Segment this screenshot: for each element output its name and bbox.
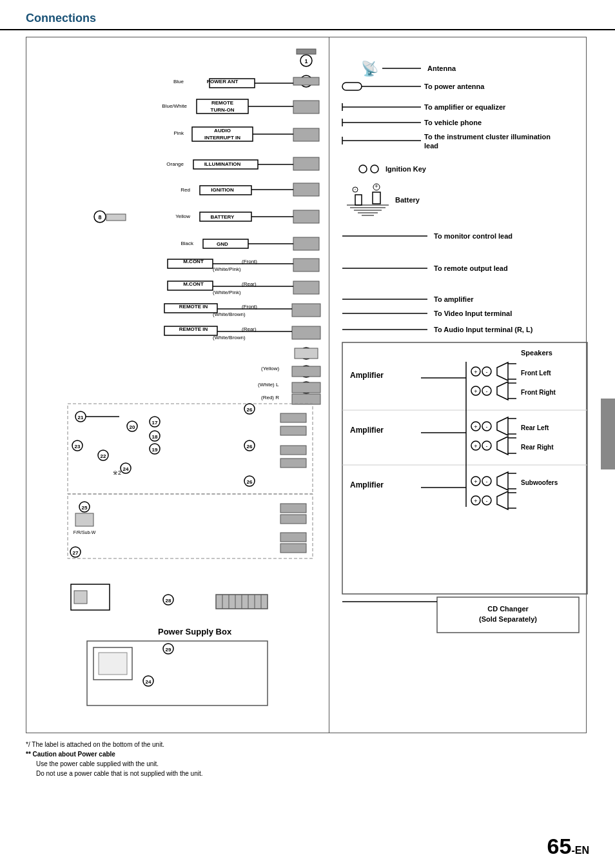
svg-text:To amplifier: To amplifier xyxy=(434,295,474,303)
svg-text:Rear Left: Rear Left xyxy=(521,424,549,431)
svg-text:27: 27 xyxy=(73,550,79,556)
svg-rect-205 xyxy=(342,342,587,594)
svg-text:-: - xyxy=(486,388,488,395)
svg-marker-220 xyxy=(497,382,508,400)
svg-text:TURN-ON: TURN-ON xyxy=(211,107,235,113)
svg-text:26: 26 xyxy=(247,444,253,449)
svg-marker-238 xyxy=(497,437,508,455)
svg-rect-42 xyxy=(293,210,319,223)
main-content: 1 2 POWER ANT Blue 3 REMOTE TURN-ON xyxy=(0,30,615,785)
footnote4: Do not use a power cable that is not sup… xyxy=(36,769,589,778)
svg-text:BATTERY: BATTERY xyxy=(211,214,235,220)
svg-rect-121 xyxy=(280,426,306,435)
svg-text:24: 24 xyxy=(123,466,129,472)
svg-text:To Video Input terminal: To Video Input terminal xyxy=(434,310,512,317)
svg-rect-183 xyxy=(355,195,362,205)
svg-text:CD Changer: CD Changer xyxy=(487,605,529,613)
svg-text:+: + xyxy=(474,478,477,485)
svg-text:Rear Right: Rear Right xyxy=(521,444,554,451)
svg-text:-: - xyxy=(486,369,488,375)
svg-marker-212 xyxy=(497,362,508,380)
svg-rect-122 xyxy=(280,446,306,455)
svg-rect-102 xyxy=(68,404,313,494)
page-title: Connections xyxy=(26,12,96,25)
svg-text:(White/Pink): (White/Pink) xyxy=(213,266,241,272)
svg-text:Yellow: Yellow xyxy=(175,213,190,219)
svg-text:21: 21 xyxy=(78,415,84,420)
svg-rect-136 xyxy=(75,513,93,526)
svg-rect-137 xyxy=(280,504,306,513)
footer-notes: */ The label is attached on the bottom o… xyxy=(26,740,589,778)
svg-rect-138 xyxy=(280,515,306,524)
svg-point-180 xyxy=(359,165,367,173)
svg-text:GND: GND xyxy=(217,241,228,247)
svg-text:-: - xyxy=(486,443,488,449)
svg-text:26: 26 xyxy=(247,407,253,413)
svg-text:Power Supply Box: Power Supply Box xyxy=(158,627,232,636)
svg-rect-120 xyxy=(280,413,306,422)
svg-text:25: 25 xyxy=(82,505,88,511)
svg-text:M.CONT: M.CONT xyxy=(183,281,204,287)
svg-text:18: 18 xyxy=(152,434,158,440)
svg-text:-: - xyxy=(355,186,356,192)
svg-text:23: 23 xyxy=(75,444,81,449)
svg-text:(Yellow): (Yellow) xyxy=(261,366,279,371)
svg-rect-5 xyxy=(293,77,319,85)
svg-rect-12 xyxy=(293,101,319,113)
svg-text:(White/Pink): (White/Pink) xyxy=(213,290,241,295)
svg-rect-83 xyxy=(292,326,320,339)
svg-text:REMOTE IN: REMOTE IN xyxy=(179,326,208,332)
svg-text:AUDIO: AUDIO xyxy=(214,128,231,133)
right-panel: 📡 Antenna To power antenna To amplifier … xyxy=(329,37,587,733)
svg-text:Battery: Battery xyxy=(395,196,420,204)
svg-text:INTERRUPT IN: INTERRUPT IN xyxy=(204,135,240,141)
svg-text:ILLUMINATION: ILLUMINATION xyxy=(204,161,241,167)
svg-text:20: 20 xyxy=(130,424,135,430)
svg-text:IGNITION: IGNITION xyxy=(211,187,234,193)
svg-point-181 xyxy=(371,165,378,173)
svg-text:-: - xyxy=(486,478,488,485)
svg-text:Front Right: Front Right xyxy=(521,389,556,396)
page-suffix: -EN xyxy=(571,845,589,856)
svg-text:Pink: Pink xyxy=(173,130,184,136)
svg-rect-35 xyxy=(293,183,319,196)
diagram-container: 1 2 POWER ANT Blue 3 REMOTE TURN-ON xyxy=(26,37,587,733)
svg-text:📡: 📡 xyxy=(361,60,379,77)
svg-text:lead: lead xyxy=(424,142,438,150)
page-header: Connections xyxy=(0,0,615,30)
svg-rect-123 xyxy=(280,459,306,468)
svg-text:1: 1 xyxy=(304,58,308,64)
svg-text:Antenna: Antenna xyxy=(427,64,456,72)
svg-text:(Red) R: (Red) R xyxy=(261,395,279,400)
svg-marker-248 xyxy=(497,472,508,490)
left-panel: 1 2 POWER ANT Blue 3 REMOTE TURN-ON xyxy=(26,37,329,733)
wiring-diagram: 1 2 POWER ANT Blue 3 REMOTE TURN-ON xyxy=(29,43,332,726)
footnote2: ** Caution about Power cable xyxy=(26,749,589,759)
svg-text:-: - xyxy=(486,424,488,430)
svg-rect-186 xyxy=(373,192,380,204)
svg-text:※2: ※2 xyxy=(113,469,121,476)
svg-marker-256 xyxy=(497,491,508,509)
svg-rect-2 xyxy=(297,49,316,54)
svg-rect-49 xyxy=(106,214,126,221)
svg-text:(Sold Separately): (Sold Separately) xyxy=(479,615,537,623)
svg-text:Amplifier: Amplifier xyxy=(350,480,384,489)
svg-rect-28 xyxy=(293,157,319,170)
svg-text:Red: Red xyxy=(181,187,190,193)
svg-text:F/R/Sub-W: F/R/Sub-W xyxy=(73,530,96,535)
svg-text:Amplifier: Amplifier xyxy=(350,426,384,435)
svg-text:-: - xyxy=(486,498,488,504)
svg-text:+: + xyxy=(474,388,477,395)
svg-rect-59 xyxy=(293,259,319,271)
svg-rect-75 xyxy=(292,304,320,317)
svg-rect-139 xyxy=(280,533,306,542)
svg-text:Orange: Orange xyxy=(166,161,184,167)
svg-text:(White) L: (White) L xyxy=(258,382,279,388)
page-number: 65-EN xyxy=(547,834,589,859)
svg-text:Blue: Blue xyxy=(173,79,184,84)
svg-text:(White/Brown): (White/Brown) xyxy=(213,311,246,317)
svg-text:Black: Black xyxy=(181,241,194,246)
svg-text:Blue/White: Blue/White xyxy=(162,103,187,109)
svg-text:+: + xyxy=(474,498,477,504)
svg-text:Speakers: Speakers xyxy=(521,349,552,357)
